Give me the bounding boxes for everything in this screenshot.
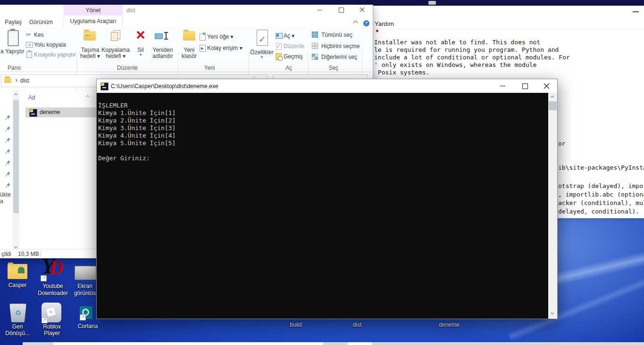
move-to-label2: hedefi ▾ bbox=[78, 53, 102, 59]
rename-label: Yeniden bbox=[150, 47, 176, 53]
console-line: Kimya 5.Ünite İçin[5] bbox=[98, 140, 537, 147]
minimize-icon bbox=[500, 86, 505, 86]
scroll-up-icon bbox=[14, 93, 17, 97]
pin-icon[interactable] bbox=[5, 115, 11, 120]
scroll-up-icon bbox=[551, 96, 554, 99]
desktop-icon-label-build[interactable]: build bbox=[283, 321, 309, 328]
titlebar-tab bbox=[428, 1, 436, 5]
group-label-clipboard: Pano bbox=[0, 65, 28, 71]
pin-icon[interactable] bbox=[5, 171, 11, 177]
collapse-ribbon-button[interactable] bbox=[352, 19, 360, 25]
maximize-icon bbox=[339, 8, 344, 13]
delete-button[interactable]: Sil ▾ bbox=[132, 27, 149, 79]
history-label: Geçmiş bbox=[284, 53, 303, 60]
cut-button[interactable]: ✂ Kes bbox=[25, 31, 75, 39]
desktop-icon-youtube-downloader[interactable]: Y D ↗ Youtube Downloader bbox=[34, 258, 72, 297]
maximize-button[interactable] bbox=[517, 79, 532, 93]
icon-label: Geri bbox=[0, 323, 35, 330]
rename-icon bbox=[155, 32, 171, 40]
select-all-button[interactable]: Tümünü seç bbox=[310, 31, 361, 39]
scrollbar-thumb[interactable] bbox=[13, 100, 19, 213]
scrollbar-thumb[interactable] bbox=[549, 101, 557, 110]
console-titlebar[interactable]: C:\Users\Casper\Desktop\dist\deneme.exe bbox=[97, 79, 557, 93]
paste-button[interactable]: a Yapıştır bbox=[0, 27, 28, 79]
invert-selection-button[interactable]: Diğerlerini seç bbox=[310, 53, 361, 61]
maximize-button[interactable] bbox=[334, 5, 348, 15]
nav-item-fragment[interactable]: ükte a bbox=[0, 191, 13, 205]
folder-icon bbox=[4, 78, 11, 83]
group-label-new: Yeni bbox=[200, 65, 219, 71]
console-window[interactable]: C:\Users\Casper\Desktop\dist\deneme.exe … bbox=[96, 79, 558, 319]
pin-icon[interactable] bbox=[5, 137, 11, 143]
log-line: ' only exists on Windows, whereas the mo… bbox=[374, 61, 536, 69]
breadcrumb[interactable]: dist bbox=[20, 77, 29, 84]
desktop-icon-roblox-player[interactable]: ↗ Roblox Player bbox=[36, 302, 68, 339]
cut-off-label-fragment: a bbox=[0, 48, 4, 55]
copy-path-button[interactable]: w Yolu kopyala bbox=[25, 41, 75, 49]
column-header-name[interactable]: Ad bbox=[28, 94, 35, 101]
help-icon: ? bbox=[365, 21, 368, 25]
minimize-icon[interactable] bbox=[633, 11, 639, 12]
open-button[interactable]: Aç ▾ bbox=[274, 32, 307, 40]
clipboard-icon bbox=[8, 30, 19, 46]
new-item-label: Yeni öğe ▾ bbox=[207, 33, 234, 40]
log-line: le is required for running you program. … bbox=[374, 46, 559, 54]
help-button[interactable]: ? bbox=[363, 20, 369, 26]
menu-item-help[interactable]: Yardım bbox=[375, 20, 394, 27]
move-to-button[interactable]: ← Taşıma hedefi ▾ bbox=[78, 27, 102, 79]
tab-view[interactable]: Görünüm bbox=[29, 19, 53, 25]
tab-share[interactable]: Paylaş bbox=[5, 19, 22, 25]
paste-label: Yapıştır bbox=[5, 48, 24, 55]
manage-tab[interactable]: Yönet bbox=[64, 5, 123, 16]
group-label-organize: Düzenle bbox=[113, 65, 142, 71]
taskbar-edge-segment bbox=[53, 342, 323, 345]
copy-to-button[interactable]: Kopyalama hedefi ▾ bbox=[100, 27, 131, 79]
desktop-icon-casper[interactable]: Casper bbox=[0, 260, 35, 290]
minimize-button[interactable] bbox=[312, 5, 326, 15]
taskbar-edge[interactable] bbox=[23, 342, 644, 345]
tab-app-tools[interactable]: Uygulama Araçları bbox=[64, 16, 123, 27]
icon-label: Youtube bbox=[34, 283, 72, 289]
new-item-button[interactable]: Yeni öğe ▾ bbox=[198, 33, 247, 41]
icon-label: Casper bbox=[0, 282, 35, 288]
easy-access-button[interactable]: Kolay erişim ▾ bbox=[198, 44, 247, 52]
history-button[interactable]: Geçmiş bbox=[274, 53, 307, 60]
properties-button[interactable]: ✓ Özellikler ▾ bbox=[251, 27, 273, 79]
open-label: Aç ▾ bbox=[284, 33, 294, 39]
select-none-icon bbox=[312, 43, 318, 49]
paste-shortcut-label: Kısayolu yapıştır bbox=[34, 51, 76, 58]
console-scrollbar[interactable] bbox=[548, 93, 557, 319]
pin-icon[interactable] bbox=[5, 182, 11, 188]
pin-icon[interactable] bbox=[5, 160, 11, 165]
log-line: Posix systems. bbox=[374, 69, 429, 76]
nav-scrollbar[interactable] bbox=[13, 91, 19, 251]
close-button[interactable] bbox=[539, 79, 554, 93]
edit-button[interactable]: Düzenle bbox=[274, 42, 307, 50]
console-output: İŞLEMLER Kimya 1.Ünite İçin[1] Kimya 2.Ü… bbox=[97, 93, 557, 319]
select-none-button[interactable]: Hiçbirini seçme bbox=[310, 42, 361, 50]
chevron-up-icon bbox=[353, 21, 358, 25]
desktop-icon-recycle-bin[interactable]: ♻ Geri Dönüşü... bbox=[0, 302, 35, 339]
console-app-icon bbox=[100, 82, 109, 90]
minimize-button[interactable] bbox=[495, 79, 510, 93]
rename-button[interactable]: Yeniden adlandır bbox=[150, 27, 176, 79]
desktop-icon-label-dist[interactable]: dist bbox=[347, 321, 368, 328]
desktop-icon-label-deneme[interactable]: deneme bbox=[436, 321, 462, 328]
log-fragment: , importlib.abc (optiona bbox=[558, 191, 644, 198]
console-line: Kimya 3.Ünite İçin[3] bbox=[98, 124, 537, 132]
scroll-down-icon bbox=[14, 245, 17, 248]
console-line: Kimya 4.Ünite İçin[4] bbox=[98, 132, 537, 140]
status-text-fragment: çildi bbox=[1, 251, 11, 257]
copy-to-icon bbox=[110, 30, 121, 41]
pin-icon[interactable] bbox=[5, 148, 11, 154]
new-folder-button[interactable]: Yeni klasör bbox=[179, 27, 199, 79]
paste-shortcut-button[interactable]: Kısayolu yapıştır bbox=[25, 51, 75, 58]
desktop-icon-screenshot[interactable]: Ekran görüntüs bbox=[70, 260, 100, 299]
console-line: Kimya 1.Ünite İçin[1] bbox=[98, 109, 537, 117]
close-button[interactable] bbox=[355, 5, 369, 15]
youtube-downloader-icon: Y D ↗ bbox=[42, 258, 64, 281]
log-line: include a lot of conditional or optional… bbox=[374, 54, 570, 61]
move-to-label: Taşıma bbox=[78, 47, 102, 53]
pin-icon[interactable] bbox=[5, 126, 11, 131]
new-folder-label2: klasör bbox=[179, 53, 199, 59]
